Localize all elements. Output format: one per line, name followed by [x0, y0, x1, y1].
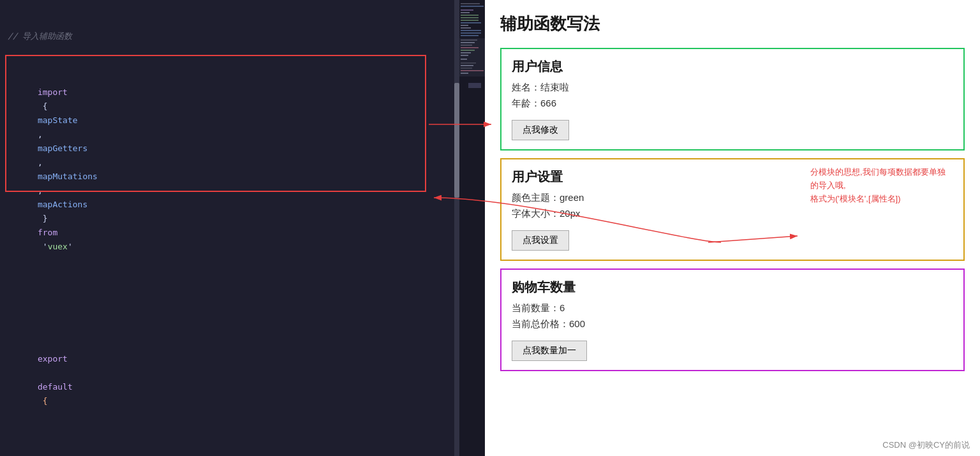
svg-rect-2 [461, 10, 473, 11]
svg-rect-21 [461, 59, 467, 60]
user-info-title: 用户信息 [512, 58, 953, 75]
minimap [459, 0, 485, 456]
blank-line-1 [8, 296, 453, 310]
user-info-section: 用户信息 姓名：结束啦 年龄：666 点我修改 [500, 48, 965, 151]
svg-rect-14 [461, 40, 477, 41]
scrollbar-thumb[interactable] [454, 83, 459, 198]
svg-rect-22 [461, 63, 476, 64]
editor-scrollbar[interactable] [454, 0, 459, 456]
svg-rect-18 [461, 50, 475, 51]
modify-button[interactable]: 点我修改 [512, 120, 569, 140]
cart-section: 购物车数量 当前数量：6 当前总价格：600 点我数量加一 [500, 268, 965, 371]
code-comment-import: // 导入辅助函数 [8, 29, 453, 43]
svg-rect-6 [461, 20, 479, 21]
annotation-text: 分模块的思想,我们每项数据都要单独的导入哦,格式为('模块名',[属性名]) [810, 166, 951, 205]
svg-rect-4 [461, 15, 479, 16]
svg-rect-20 [461, 55, 468, 56]
svg-rect-10 [461, 30, 481, 31]
user-name-row: 姓名：结束啦 [512, 82, 953, 94]
svg-rect-26 [461, 73, 468, 74]
code-brace-open: { [38, 101, 52, 111]
svg-rect-27 [468, 83, 481, 88]
svg-rect-5 [461, 17, 479, 18]
code-import-line: import { mapState , mapGetters , mapMuta… [8, 71, 453, 268]
svg-rect-23 [461, 65, 473, 66]
cart-add-button[interactable]: 点我数量加一 [512, 341, 587, 361]
svg-rect-9 [461, 27, 471, 29]
svg-rect-24 [461, 68, 472, 69]
page-title: 辅助函数写法 [485, 0, 980, 41]
svg-rect-12 [461, 35, 479, 36]
mapstate-ref: mapState [38, 115, 78, 125]
user-age-row: 年龄：666 [512, 98, 953, 110]
svg-rect-17 [461, 47, 479, 48]
font-size-row: 字体大小：20px [512, 208, 953, 220]
svg-rect-15 [461, 42, 475, 43]
svg-rect-16 [461, 45, 472, 46]
user-settings-section: 用户设置 颜色主题：green 字体大小：20px 点我设置 分模块的思想,我们… [500, 158, 965, 261]
cart-count-row: 当前数量：6 [512, 302, 953, 314]
code-content: // 导入辅助函数 import { mapState , mapGetters… [0, 0, 485, 456]
code-editor: // 导入辅助函数 import { mapState , mapGetters… [0, 0, 485, 456]
mapmutations-ref: mapMutations [38, 172, 98, 181]
svg-rect-8 [461, 25, 468, 26]
svg-rect-0 [461, 3, 480, 4]
cart-total-row: 当前总价格：600 [512, 318, 953, 330]
minimap-svg [459, 0, 485, 456]
svg-rect-3 [461, 12, 470, 13]
svg-rect-19 [461, 52, 471, 54]
settings-button[interactable]: 点我设置 [512, 230, 569, 251]
svg-rect-1 [461, 6, 484, 7]
mapactions-ref: mapActions [38, 200, 87, 209]
svg-rect-25 [461, 70, 484, 71]
svg-rect-11 [461, 33, 481, 34]
export-line: export default { [8, 338, 453, 422]
right-panel: 辅助函数写法 用户信息 姓名：结束啦 年龄：666 点我修改 用户设置 颜色主题… [485, 0, 980, 456]
watermark: CSDN @初映CY的前说 [882, 439, 970, 451]
svg-rect-7 [461, 22, 481, 24]
mapgetters-ref: mapGetters [38, 143, 87, 153]
cart-title: 购物车数量 [512, 279, 953, 296]
keyword-from: from [38, 228, 57, 237]
keyword-import: import [38, 87, 68, 97]
